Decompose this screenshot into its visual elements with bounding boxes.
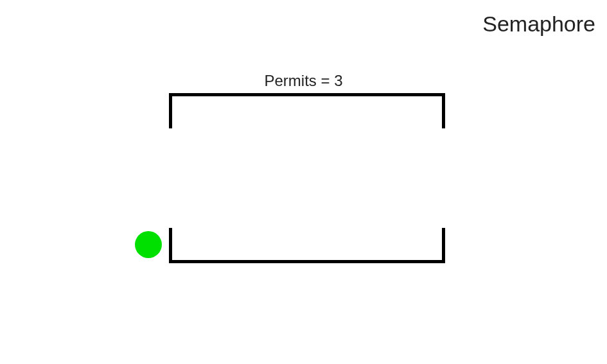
page-title: Semaphore [482,12,595,37]
semaphore-slot-bracket-top [169,93,445,128]
permits-label: Permits = 3 [0,72,607,90]
thread-token-icon [135,231,162,258]
semaphore-queue-bracket-bottom [169,228,445,263]
